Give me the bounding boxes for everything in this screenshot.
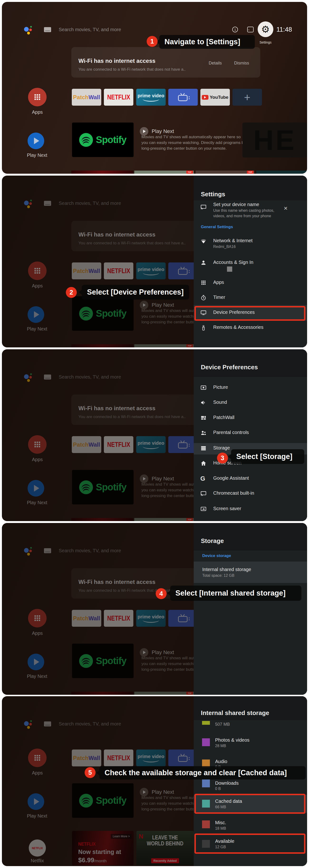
device-prefs-item-screen-saver[interactable]: Screen saver [213, 506, 241, 511]
settings-item-remotes[interactable]: Remotes & Accessories [213, 324, 263, 330]
device-prefs-item-patchwall[interactable]: PatchWall [213, 415, 234, 420]
storage-size: 18 MB [215, 826, 226, 831]
step-1-marker: 1 [147, 36, 158, 47]
drawer-title: Device Preferences [201, 364, 258, 371]
account-icon [200, 259, 207, 266]
storage-swatch-misc [202, 820, 210, 828]
settings-item-accounts[interactable]: Accounts & Sign In [213, 259, 253, 265]
device-prefs-item-storage[interactable]: Storage [213, 445, 230, 451]
drawer-title: Settings [201, 191, 225, 198]
cached-data-highlight-box [195, 794, 305, 814]
device-name-card-title: Set your device name [213, 202, 259, 207]
storage-size: 0 B [215, 786, 221, 791]
step-4-marker: 4 [156, 588, 167, 599]
available-highlight-box [195, 834, 305, 854]
top-badge: TOP [186, 170, 193, 174]
parental-controls-icon [200, 430, 207, 436]
banner-sliver-3: TOP [196, 170, 254, 174]
screen-saver-icon [200, 506, 207, 512]
storage-swatch-apps [202, 721, 210, 725]
top-badge: TOP [247, 170, 253, 174]
drawer-title: Storage [201, 537, 224, 545]
device-storage-section: Device storage [202, 553, 231, 558]
remote-icon [200, 324, 207, 331]
panel-4-storage: Search movies, TV, and more 1 → ⚙ Settin… [2, 523, 307, 695]
step-5-marker: 5 [84, 767, 96, 778]
panel-5-internal-storage: Search movies, TV, and more 1 → ⚙ Settin… [2, 696, 307, 866]
panel-3-device-preferences: Search movies, TV, and more 1 → ⚙ Settin… [2, 349, 307, 521]
storage-swatch-photos [202, 738, 210, 746]
storage-row-audio[interactable]: Audio [215, 759, 227, 764]
apps-grid-icon [200, 280, 207, 286]
device-preferences-highlight-box [195, 306, 305, 321]
timer-icon [200, 294, 207, 301]
step-1-tooltip: Navigate to [Settings] [159, 35, 255, 49]
settings-drawer: Settings Set your device name Use this n… [194, 176, 307, 347]
storage-size: 507 MB [215, 722, 230, 727]
scroll-indicator [227, 267, 232, 272]
settings-item-timer[interactable]: Timer [213, 294, 225, 300]
device-prefs-item-parental[interactable]: Parental controls [213, 430, 249, 435]
general-settings-section: General Settings [201, 225, 233, 229]
storage-row-photos[interactable]: Photos & videos [215, 737, 249, 743]
storage-icon [200, 445, 207, 452]
step-2-tooltip: Select [Device Preferences] [82, 285, 189, 300]
device-name-card-line2: videos, and more from your phone [213, 214, 271, 218]
google-g-icon: G [200, 475, 205, 482]
step-2-marker: 2 [66, 287, 77, 298]
settings-item-apps[interactable]: Apps [213, 280, 224, 285]
banner-sliver-2: TOP [134, 170, 194, 174]
storage-row-downloads[interactable]: Downloads [215, 780, 239, 786]
storage-size: 28 MB [215, 744, 226, 748]
home-icon [200, 460, 207, 466]
banner-sliver-4 [256, 170, 307, 174]
device-name-card-line1: Use this name when casting photos, [213, 209, 274, 213]
device-prefs-item-picture[interactable]: Picture [213, 384, 228, 390]
device-preferences-drawer: Device Preferences Picture Sound PatchWa… [194, 349, 307, 521]
step-3-marker: 3 [217, 453, 228, 464]
storage-swatch-downloads [202, 779, 210, 787]
drawer-title: Internal shared storage [201, 709, 269, 717]
banner-sliver-netflix-promo [71, 170, 133, 174]
chromecast-icon [200, 490, 207, 497]
close-icon[interactable]: ✕ [283, 206, 288, 211]
device-prefs-item-sound[interactable]: Sound [213, 400, 227, 405]
internal-storage-label: Internal shared storage [202, 567, 251, 572]
internal-storage-row[interactable] [194, 561, 307, 583]
settings-item-network[interactable]: Network & Internet [213, 238, 253, 243]
storage-drawer: Storage Device storage Internal shared s… [194, 523, 307, 695]
internal-storage-sub: Total space: 12 GB [202, 574, 234, 578]
device-prefs-item-chromecast[interactable]: Chromecast built-in [213, 490, 254, 496]
storage-row-misc[interactable]: Misc. [215, 820, 226, 826]
picture-icon [200, 384, 207, 391]
settings-item-network-sub: Redmi_BA16 [213, 245, 236, 249]
cast-icon [200, 204, 207, 210]
step-3-tooltip: Select [Storage] [231, 449, 304, 464]
step-4-tooltip: Select [Internal shared storage] [170, 586, 301, 601]
panel-2-settings: Search movies, TV, and more 1 → ⚙ Settin… [2, 176, 307, 347]
device-prefs-item-google-assistant[interactable]: Google Assistant [213, 475, 249, 481]
wifi-icon [200, 238, 207, 244]
step-5-tooltip: Check the available storage and clear [C… [99, 766, 306, 779]
sound-icon [200, 400, 207, 406]
patchwall-icon [200, 415, 207, 421]
panel-1-home: Search movies, TV, and more 1 → ⚙ Settin… [2, 2, 307, 174]
